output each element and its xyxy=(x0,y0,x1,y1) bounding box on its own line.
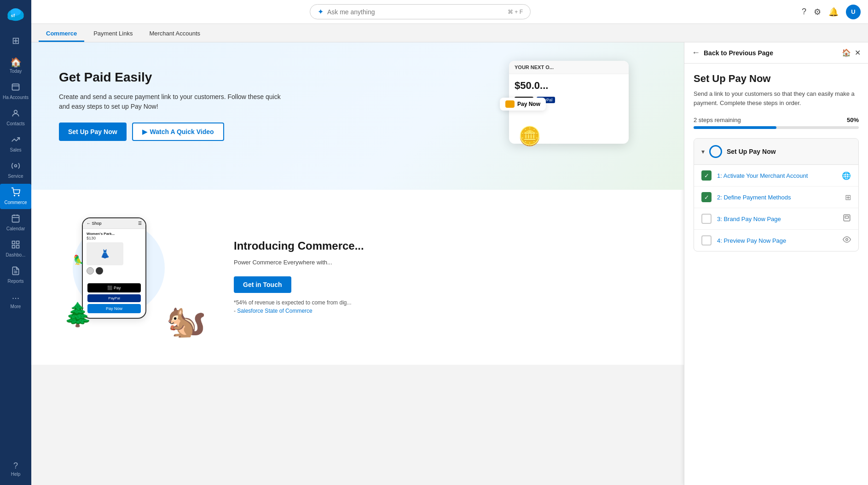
hero-section: Get Paid Easily Create and send a secure… xyxy=(31,42,684,190)
sidebar-item-label: Sales xyxy=(10,147,21,153)
nav-apps-grid[interactable]: ⊞ xyxy=(0,31,31,51)
step3-label[interactable]: 3: Brand Pay Now Page xyxy=(717,216,837,222)
panel-title: Back to Previous Page xyxy=(704,49,838,57)
sidebar-item-dashboards[interactable]: Dashbo... xyxy=(0,236,31,262)
step4-label[interactable]: 4: Preview Pay Now Page xyxy=(717,237,837,244)
video-icon: ▶ xyxy=(142,128,147,135)
sidebar-item-help[interactable]: ? Help xyxy=(0,457,31,481)
dashboard-icon xyxy=(11,240,20,251)
sidebar-item-calendar[interactable]: Calendar xyxy=(0,210,31,235)
progress-info: 2 steps remaining 50% xyxy=(694,117,859,123)
step1-label[interactable]: 1: Activate Your Merchant Account xyxy=(717,172,836,179)
get-in-touch-button[interactable]: Get in Touch xyxy=(234,276,291,293)
salesforce-logo[interactable]: sf xyxy=(6,6,25,25)
sidebar-item-contacts[interactable]: Contacts xyxy=(0,105,31,130)
more-icon: ··· xyxy=(12,292,20,303)
tree-decoration: 🌲 xyxy=(64,301,92,328)
commerce-note-text: *54% of revenue is expected to come from… xyxy=(234,299,351,306)
hero-buttons: Set Up Pay Now ▶ Watch A Quick Video xyxy=(59,123,289,141)
contacts-icon xyxy=(11,109,20,120)
svg-point-7 xyxy=(14,110,17,113)
commerce-section: ← Shop ☰ Women's Park... $130 👗 xyxy=(31,190,684,365)
panel-header-actions: 🏠 ✕ xyxy=(842,48,861,57)
svg-rect-18 xyxy=(17,245,19,248)
sidebar-item-commerce[interactable]: Commerce xyxy=(0,184,31,209)
watch-video-label: Watch A Quick Video xyxy=(150,128,214,135)
sidebar-item-label: Calendar xyxy=(6,226,25,232)
top-bar-actions: ? ⚙ 🔔 U xyxy=(802,5,861,19)
tab-merchant-accounts[interactable]: Merchant Accounts xyxy=(142,26,208,42)
steps-remaining: 2 steps remaining xyxy=(694,117,741,123)
svg-point-10 xyxy=(18,195,19,196)
hero-title: Get Paid Easily xyxy=(59,70,289,85)
sidebar-item-accounts[interactable]: Ha Accounts xyxy=(0,79,31,104)
progress-circle-icon xyxy=(709,145,722,158)
commerce-content: Introducing Commerce... Power Commerce E… xyxy=(234,240,656,315)
sidebar-item-label: Service xyxy=(8,174,23,179)
progress-percentage: 50% xyxy=(847,117,859,123)
home-icon: 🏠 xyxy=(10,57,22,68)
pay-now-badge: Pay Now xyxy=(500,98,546,111)
watch-video-button[interactable]: ▶ Watch A Quick Video xyxy=(132,123,224,141)
help-button[interactable]: ? xyxy=(802,7,806,17)
commerce-note-link[interactable]: Salesforce State of Commerce xyxy=(237,308,312,314)
checkbox-step2[interactable]: ✓ xyxy=(701,192,712,202)
svg-point-9 xyxy=(14,195,15,196)
progress-bar-container xyxy=(694,126,859,129)
tab-payment-links[interactable]: Payment Links xyxy=(86,26,140,42)
avatar[interactable]: U xyxy=(846,5,861,19)
sidebar-item-label: Contacts xyxy=(6,121,24,127)
help-icon: ? xyxy=(13,461,18,471)
svg-rect-16 xyxy=(17,241,19,244)
svg-point-23 xyxy=(846,239,848,241)
commerce-description: Power Commerce Everywhere with... xyxy=(234,258,656,267)
tab-commerce[interactable]: Commerce xyxy=(39,26,84,42)
checkbox-step4[interactable] xyxy=(701,235,712,245)
step3-icon xyxy=(843,214,851,224)
pay-now-badge-label: Pay Now xyxy=(517,101,540,107)
hero-content: Get Paid Easily Create and send a secure… xyxy=(59,70,289,141)
back-button[interactable]: ← xyxy=(692,48,700,58)
sidebar-item-service[interactable]: Service xyxy=(0,158,31,183)
step2-icon: ⊞ xyxy=(845,193,851,202)
paypal-btn: PayPal xyxy=(87,294,141,302)
sidebar-item-sales[interactable]: Sales xyxy=(0,131,31,157)
panel-section-description: Send a link to your customers so that th… xyxy=(694,89,859,107)
sidebar-item-today[interactable]: 🏠 Today xyxy=(0,53,31,78)
sidebar-item-reports[interactable]: Reports xyxy=(0,263,31,288)
step2-label[interactable]: 2: Define Payment Methods xyxy=(717,194,839,201)
checklist-header[interactable]: ▾ Set Up Pay Now xyxy=(694,139,858,165)
hero-description: Create and send a secure payment link to… xyxy=(59,92,289,111)
notifications-button[interactable]: 🔔 xyxy=(828,7,839,17)
card-header: YOUR NEXT O... xyxy=(509,61,629,74)
sparkle-icon: ✦ xyxy=(318,7,324,16)
accounts-icon xyxy=(11,82,20,94)
step1-icon: 🌐 xyxy=(842,171,851,180)
panel-section-title: Set Up Pay Now xyxy=(694,73,859,85)
phone-product: Women's Park... $130 👗 xyxy=(83,229,145,279)
card-amount: $50.0... xyxy=(509,74,629,97)
search-input[interactable] xyxy=(327,8,504,16)
progress-bar-fill xyxy=(694,126,776,129)
astro-mascot: 🐿️ xyxy=(166,305,206,337)
pay-now-phone-btn: Pay Now xyxy=(87,304,141,313)
close-panel-button[interactable]: ✕ xyxy=(855,48,861,57)
checkbox-step3[interactable] xyxy=(701,214,712,224)
left-navigation: sf ⊞ 🏠 Today Ha Accounts Contacts Sales … xyxy=(0,0,31,485)
setup-pay-now-button[interactable]: Set Up Pay Now xyxy=(59,123,127,141)
checklist-section: ▾ Set Up Pay Now ✓ 1: Activate Your Merc… xyxy=(694,138,859,251)
phone-pay-area: ⬛ Pay PayPal Pay Now xyxy=(83,283,145,313)
calendar-icon xyxy=(11,214,20,225)
commerce-icon xyxy=(11,187,20,199)
settings-button[interactable]: ⚙ xyxy=(814,7,821,17)
svg-point-8 xyxy=(15,165,17,167)
checklist-item-step1: ✓ 1: Activate Your Merchant Account 🌐 xyxy=(694,165,858,187)
phone-header: ← Shop ☰ xyxy=(83,218,145,229)
top-bar: ✦ ⌘ + F ? ⚙ 🔔 U xyxy=(31,0,868,24)
checklist-item-step4: 4: Preview Pay Now Page xyxy=(694,230,858,251)
home-icon-button[interactable]: 🏠 xyxy=(842,48,851,57)
sidebar-item-more[interactable]: ··· More xyxy=(0,289,31,313)
checkbox-step1[interactable]: ✓ xyxy=(701,170,712,181)
svg-rect-11 xyxy=(12,215,19,222)
svg-rect-22 xyxy=(845,216,849,218)
